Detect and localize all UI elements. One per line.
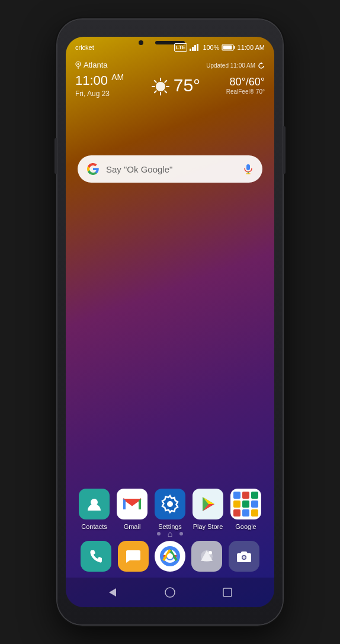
svg-rect-6	[223, 46, 232, 50]
weather-date: Fri, Aug 23	[75, 90, 124, 98]
svg-rect-20	[246, 164, 250, 170]
svg-rect-32	[242, 492, 249, 499]
dock-phone[interactable]	[81, 541, 111, 572]
chrome-dock-icon	[160, 546, 180, 566]
photos-dock-icon	[198, 548, 215, 565]
nav-back-button[interactable]	[101, 581, 124, 604]
phone-screen: cricket LTE 100% 11:00 AM	[66, 37, 274, 607]
microphone-icon[interactable]	[242, 163, 254, 175]
status-bar: cricket LTE 100% 11:00 AM	[66, 37, 274, 58]
svg-rect-39	[251, 509, 258, 517]
dock-photos[interactable]	[191, 541, 222, 572]
battery-icon	[222, 44, 235, 51]
svg-point-47	[242, 556, 245, 559]
app-grid: Contacts Gmail	[66, 489, 274, 530]
google-logo-icon	[86, 162, 100, 176]
gmail-icon	[117, 489, 147, 519]
location-text: Atlanta	[84, 60, 107, 69]
svg-rect-24	[123, 499, 126, 509]
svg-rect-38	[242, 509, 249, 517]
google-search-bar[interactable]: Say "Ok Google"	[78, 155, 262, 183]
svg-rect-31	[233, 492, 240, 499]
svg-line-19	[155, 91, 156, 93]
app-contacts[interactable]: Contacts	[76, 489, 112, 530]
svg-marker-10	[259, 62, 263, 64]
nav-recent-button[interactable]	[216, 581, 239, 604]
svg-rect-25	[139, 499, 141, 509]
svg-rect-2	[194, 45, 196, 51]
real-feel-text: RealFeel® 70°	[226, 88, 265, 95]
svg-line-17	[165, 91, 166, 93]
gmail-icon-svg	[122, 496, 142, 512]
playstore-icon	[193, 489, 223, 519]
svg-point-8	[78, 63, 79, 65]
svg-point-45	[209, 551, 212, 554]
app-google[interactable]: Google	[228, 489, 264, 530]
home-icon	[164, 586, 176, 598]
temp-current: 75°	[174, 75, 200, 95]
temp-range-text: 80°/60°	[226, 76, 265, 88]
svg-marker-48	[109, 588, 116, 597]
svg-rect-34	[233, 500, 240, 508]
app-playstore[interactable]: Play Store	[190, 489, 226, 530]
camera-dock-icon	[236, 548, 252, 565]
carrier-label: cricket	[75, 44, 94, 51]
weather-temp-range: 80°/60° RealFeel® 70°	[226, 76, 265, 95]
back-icon	[107, 586, 118, 598]
google-folder-icon-svg	[232, 490, 259, 518]
app-gmail[interactable]: Gmail	[114, 489, 150, 530]
svg-rect-0	[190, 49, 191, 51]
status-right-group: LTE 100% 11:00 AM	[174, 43, 265, 52]
contacts-icon-svg	[85, 495, 103, 513]
search-placeholder: Say "Ok Google"	[106, 164, 236, 174]
settings-icon	[155, 489, 185, 519]
battery-label: 100%	[203, 44, 219, 51]
location-pin-icon	[75, 61, 81, 69]
svg-rect-35	[242, 500, 249, 508]
svg-line-16	[155, 81, 156, 82]
svg-point-11	[156, 82, 165, 91]
svg-rect-36	[251, 500, 258, 508]
page-dot-2	[179, 532, 183, 535]
refresh-icon	[258, 62, 265, 69]
phone-device: cricket LTE 100% 11:00 AM	[57, 20, 283, 624]
weather-widget[interactable]: Atlanta Updated 11:00 AM 11:00 AM	[75, 60, 265, 98]
lte-badge: LTE	[174, 43, 187, 52]
google-folder-icon	[230, 489, 261, 519]
dock-camera[interactable]	[229, 541, 259, 572]
dock-chrome[interactable]	[155, 541, 185, 572]
weather-main-row: 11:00 AM Fri, Aug 23	[75, 73, 265, 98]
weather-time-date: 11:00 AM Fri, Aug 23	[75, 73, 124, 98]
weather-time: 11:00 AM	[75, 73, 124, 88]
svg-line-18	[165, 81, 166, 82]
nav-bar	[66, 578, 274, 607]
dock-messages[interactable]	[118, 541, 149, 572]
weather-updated: Updated 11:00 AM	[206, 62, 265, 69]
sun-icon	[150, 76, 169, 95]
svg-rect-33	[251, 492, 258, 499]
svg-rect-5	[233, 46, 235, 49]
playstore-icon-svg	[198, 495, 217, 514]
svg-rect-37	[233, 509, 240, 517]
svg-rect-3	[197, 44, 198, 51]
app-settings[interactable]: Settings	[152, 489, 188, 530]
signal-icon	[190, 44, 200, 51]
time-label: 11:00 AM	[238, 44, 265, 51]
phone-dock-icon	[88, 548, 104, 565]
nav-home-button[interactable]	[158, 581, 182, 604]
svg-point-49	[165, 588, 175, 597]
bottom-dock	[66, 536, 274, 576]
recent-icon	[222, 587, 233, 598]
messages-dock-icon	[125, 548, 142, 565]
page-dot-1	[157, 532, 161, 535]
svg-rect-50	[223, 588, 232, 597]
weather-location: Atlanta	[75, 60, 107, 69]
weather-current-temp: 75°	[150, 75, 200, 95]
svg-rect-1	[192, 47, 194, 51]
svg-point-26	[167, 501, 173, 507]
svg-point-43	[167, 553, 173, 559]
settings-icon-svg	[161, 495, 179, 514]
contacts-icon	[79, 489, 110, 519]
